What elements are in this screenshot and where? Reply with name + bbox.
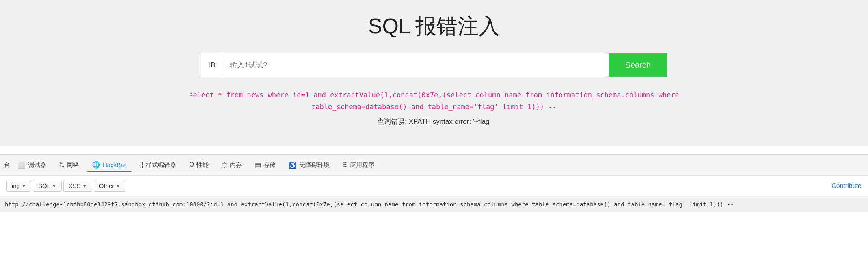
devtools-tab-debugger-label: 调试器 — [28, 161, 46, 169]
devtools-tab-network-label: 网络 — [67, 161, 79, 169]
devtools-tab-application[interactable]: ⠿ 应用程序 — [337, 159, 380, 171]
spacer — [0, 146, 868, 154]
devtools-tab-accessibility[interactable]: ♿ 无障碍环境 — [283, 159, 335, 171]
sql-query-line2: table_schema=database() and table_name='… — [189, 101, 679, 113]
hackbar-btn-ing-label: ing — [12, 182, 20, 189]
devtools-left-partial: 台 — [4, 161, 10, 169]
devtools-tab-storage[interactable]: ▤ 存储 — [249, 159, 281, 171]
sql-query: select * from news where id=1 and extrac… — [189, 89, 679, 113]
hackbar-btn-other-arrow: ▼ — [116, 184, 120, 188]
performance-icon: Ω — [189, 161, 194, 169]
hackbar-btn-xss[interactable]: XSS ▼ — [63, 180, 92, 192]
devtools-tab-debugger[interactable]: ⬜ 调试器 — [12, 159, 52, 171]
devtools-bar: 台 ⬜ 调试器 ⇅ 网络 🌐 HackBar {} 样式编辑器 Ω 性能 ⬡ 内… — [0, 154, 868, 175]
devtools-tab-style-editor-label: 样式编辑器 — [146, 161, 176, 169]
page-title: SQL 报错注入 — [368, 12, 500, 41]
hackbar-btn-ing-arrow: ▼ — [22, 184, 26, 188]
hackbar-btn-sql-label: SQL — [38, 182, 50, 189]
hackbar-globe-icon: 🌐 — [92, 161, 100, 169]
url-bar: http://challenge-1cbfbb80de3429f7.sandbo… — [0, 196, 868, 212]
search-button[interactable]: Search — [609, 53, 667, 77]
contribute-link[interactable]: Contribute — [831, 182, 862, 190]
error-message: 查询错误: XPATH syntax error: '~flag' — [377, 117, 490, 126]
storage-icon: ▤ — [255, 161, 261, 169]
url-bar-content: http://challenge-1cbfbb80de3429f7.sandbo… — [5, 201, 734, 208]
hackbar-toolbar: ing ▼ SQL ▼ XSS ▼ Other ▼ Contribute — [0, 175, 868, 196]
devtools-tab-style-editor[interactable]: {} 样式编辑器 — [134, 159, 182, 171]
hackbar-btn-sql-arrow: ▼ — [52, 184, 56, 188]
memory-icon: ⬡ — [222, 161, 227, 169]
devtools-tab-accessibility-label: 无障碍环境 — [299, 161, 330, 169]
hackbar-btn-xss-label: XSS — [69, 182, 81, 189]
network-icon: ⇅ — [59, 161, 65, 169]
application-icon: ⠿ — [343, 161, 348, 169]
id-label: ID — [201, 53, 223, 77]
devtools-tab-memory[interactable]: ⬡ 内存 — [216, 159, 248, 171]
search-form: ID Search — [201, 53, 667, 77]
devtools-tab-hackbar[interactable]: 🌐 HackBar — [86, 158, 132, 172]
main-content: SQL 报错注入 ID Search select * from news wh… — [0, 0, 868, 146]
devtools-tab-memory-label: 内存 — [230, 161, 242, 169]
devtools-tab-performance-label: 性能 — [196, 161, 209, 169]
hackbar-btn-ing[interactable]: ing ▼ — [6, 180, 31, 192]
sql-query-line1: select * from news where id=1 and extrac… — [189, 89, 679, 101]
search-input[interactable] — [223, 61, 609, 69]
hackbar-btn-xss-arrow: ▼ — [82, 184, 87, 188]
hackbar-btn-other[interactable]: Other ▼ — [94, 180, 125, 192]
devtools-tab-hackbar-label: HackBar — [103, 161, 126, 168]
devtools-tab-performance[interactable]: Ω 性能 — [184, 159, 214, 171]
devtools-tab-storage-label: 存储 — [263, 161, 276, 169]
devtools-tab-application-label: 应用程序 — [350, 161, 374, 169]
style-editor-icon: {} — [139, 161, 144, 169]
hackbar-btn-other-label: Other — [99, 182, 114, 189]
debugger-icon: ⬜ — [17, 161, 26, 169]
accessibility-icon: ♿ — [289, 161, 297, 169]
devtools-tab-network[interactable]: ⇅ 网络 — [54, 159, 85, 171]
hackbar-btn-sql[interactable]: SQL ▼ — [33, 180, 62, 192]
